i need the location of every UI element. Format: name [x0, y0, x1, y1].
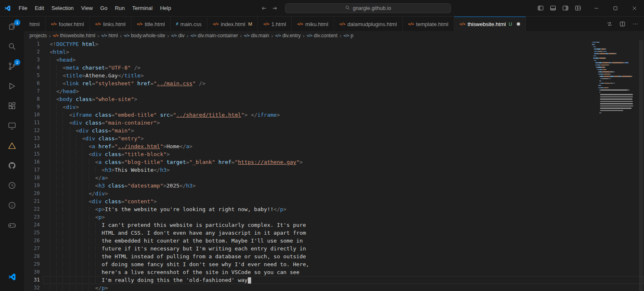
tab-dalamudplugins-html[interactable]: </>dalamudplugins.html: [334, 17, 403, 31]
minimize-button[interactable]: [587, 0, 606, 16]
code-text: here's a live screenshot of the site in …: [43, 268, 644, 276]
code-text: <a class="blog-title" target="_blank" hr…: [43, 158, 644, 166]
menu-item-help[interactable]: Help: [156, 3, 175, 14]
code-line[interactable]: 8 <body class="whole-site">: [24, 95, 644, 103]
tab-footer-html[interactable]: </>footer.html: [46, 17, 90, 31]
toggle-secondary-sidebar-icon[interactable]: [560, 3, 571, 14]
code-line[interactable]: 12 <div class="main">: [24, 127, 644, 135]
menu-item-run[interactable]: Run: [111, 3, 128, 14]
code-line[interactable]: 3 <head>: [24, 56, 644, 64]
activity-run-debug[interactable]: [2, 77, 22, 97]
code-line[interactable]: 25 HTML and CSS. I don't even have any j…: [24, 229, 644, 237]
tab-1-html[interactable]: </>1.html: [258, 17, 292, 31]
code-line[interactable]: 31 I'm really doing this the 'old-fashio…: [24, 276, 644, 284]
toggle-sidebar-icon[interactable]: [535, 3, 546, 14]
breadcrumb-item-div[interactable]: </>div: [171, 33, 185, 38]
code-line[interactable]: 27 future if it's necessary but I'm writ…: [24, 245, 644, 253]
menu-item-terminal[interactable]: Terminal: [128, 3, 156, 14]
tab-links-html[interactable]: </>links.html: [90, 17, 131, 31]
scrollbar-thumb[interactable]: [639, 40, 643, 291]
code-line[interactable]: 5 <title>Athene.Gay</title>: [24, 72, 644, 79]
code-line[interactable]: 2<html>: [24, 48, 644, 56]
activity-source-control[interactable]: 2: [2, 57, 22, 77]
code-line[interactable]: 18 </a>: [24, 174, 644, 182]
code-line[interactable]: 14 <a href="../index.html">Home</a>: [24, 142, 644, 150]
menu-item-selection[interactable]: Selection: [48, 3, 77, 14]
vertical-scrollbar[interactable]: [638, 40, 644, 291]
code-line[interactable]: 1<!DOCTYPE html>: [24, 40, 644, 48]
code-line[interactable]: 10 <iframe class="embed-title" src="../s…: [24, 111, 644, 119]
activity-explorer[interactable]: 1: [2, 17, 22, 37]
breadcrumb-item-div-main[interactable]: </>div.main: [243, 33, 269, 38]
code-text: <head>: [43, 56, 644, 64]
tab-title-html[interactable]: </>title.html: [131, 17, 171, 31]
code-line[interactable]: 26 the embedded hit counter at the botto…: [24, 237, 644, 245]
breadcrumb-item-div-main-container[interactable]: </>div.main-container: [190, 33, 238, 38]
code-line[interactable]: 32 </p>: [24, 284, 644, 291]
code-line[interactable]: 24 I can't pretend this website is parti…: [24, 221, 644, 229]
activity-extension-info[interactable]: [2, 196, 22, 216]
tab-index-html[interactable]: </>index.htmlM: [207, 17, 258, 31]
code-line[interactable]: 20 </div>: [24, 190, 644, 197]
tab-html[interactable]: html: [24, 17, 46, 31]
open-changes-icon[interactable]: [604, 19, 615, 29]
code-line[interactable]: 16 <a class="blog-title" target="_blank"…: [24, 158, 644, 166]
breadcrumb-item-div-content[interactable]: </>div.content: [306, 33, 338, 38]
breadcrumb-item-projects[interactable]: projects: [29, 33, 47, 38]
activity-remote-explorer[interactable]: [2, 117, 22, 137]
tab-main-css[interactable]: #main.css: [171, 17, 208, 31]
activity-timeline[interactable]: [2, 176, 22, 196]
code-line[interactable]: 22 <p>It's the website you're looking at…: [24, 205, 644, 213]
maximize-button[interactable]: [606, 0, 625, 16]
code-line[interactable]: 28 the HTML instead of pulling from a da…: [24, 253, 644, 260]
menu-item-edit[interactable]: Edit: [31, 3, 48, 14]
arrow-left-icon[interactable]: [259, 3, 269, 13]
arrow-right-icon[interactable]: [270, 3, 280, 13]
activity-github[interactable]: [2, 156, 22, 176]
breadcrumb-item-thiswebsite-html[interactable]: </>thiswebsite.html: [52, 33, 96, 38]
code-line[interactable]: 11 <div class="main-container">: [24, 119, 644, 127]
activity-extensions[interactable]: [2, 97, 22, 117]
code-editor[interactable]: 1<!DOCTYPE html>2<html>3 <head>4 <meta c…: [24, 40, 644, 291]
code-line[interactable]: 15 <div class="title-block">: [24, 150, 644, 158]
code-text: <div class="content">: [43, 197, 644, 205]
menu-item-view[interactable]: View: [77, 3, 97, 14]
code-line[interactable]: 9 <div>: [24, 103, 644, 111]
breadcrumb-item-html[interactable]: </>html: [101, 33, 118, 38]
code-line[interactable]: 23 <p>: [24, 213, 644, 221]
activity-search[interactable]: [2, 37, 22, 57]
code-line[interactable]: 30 here's a live screenshot of the site …: [24, 268, 644, 276]
tab-thiswebsite-html[interactable]: </>thiswebsite.htmlU: [454, 17, 526, 31]
code-line[interactable]: 17 <h3>This Website</h3>: [24, 166, 644, 174]
line-number: 30: [24, 268, 43, 276]
more-actions-icon[interactable]: [629, 19, 641, 29]
breadcrumb-item-div-entry[interactable]: </>div.entry: [275, 33, 301, 38]
line-number: 25: [24, 229, 43, 237]
code-line[interactable]: 13 <div class="entry">: [24, 135, 644, 142]
minimap[interactable]: [592, 41, 638, 114]
code-line[interactable]: 6 <link rel="stylesheet" href="../main.c…: [24, 79, 644, 87]
code-line[interactable]: 7 </head>: [24, 87, 644, 95]
code-text: future if it's necessary but I'm writing…: [43, 245, 644, 253]
activity-extension-game[interactable]: [2, 216, 22, 236]
code-line[interactable]: 4 <meta charset="UTF-8" />: [24, 64, 644, 72]
breadcrumb-item-p[interactable]: </>p: [343, 33, 354, 38]
tab-template-html[interactable]: </>template.html: [403, 17, 454, 31]
breadcrumb-item-body-whole-site[interactable]: </>body.whole-site: [123, 33, 166, 38]
tab-miku-html[interactable]: </>miku.html: [292, 17, 334, 31]
code-line[interactable]: 21 <div class="content">: [24, 197, 644, 205]
menu-item-file[interactable]: File: [15, 3, 31, 14]
close-button[interactable]: [625, 0, 644, 16]
customize-layout-icon[interactable]: [572, 3, 583, 14]
activity-extension-triangle[interactable]: [2, 137, 22, 156]
code-line[interactable]: 19 <h3 class="datestamp">2025</h3>: [24, 182, 644, 190]
activity-vscode-extension[interactable]: [2, 268, 22, 288]
command-center[interactable]: gnargle.github.io: [285, 3, 451, 13]
code-line[interactable]: 29 of doing some fancy shit I don't see …: [24, 260, 644, 268]
breadcrumb-label: body.whole-site: [131, 33, 165, 38]
line-number: 3: [24, 56, 43, 64]
toggle-panel-icon[interactable]: [547, 3, 559, 14]
menu-item-go[interactable]: Go: [97, 3, 111, 14]
split-editor-icon[interactable]: [617, 19, 628, 29]
breadcrumb-label: thiswebsite.html: [60, 33, 95, 38]
